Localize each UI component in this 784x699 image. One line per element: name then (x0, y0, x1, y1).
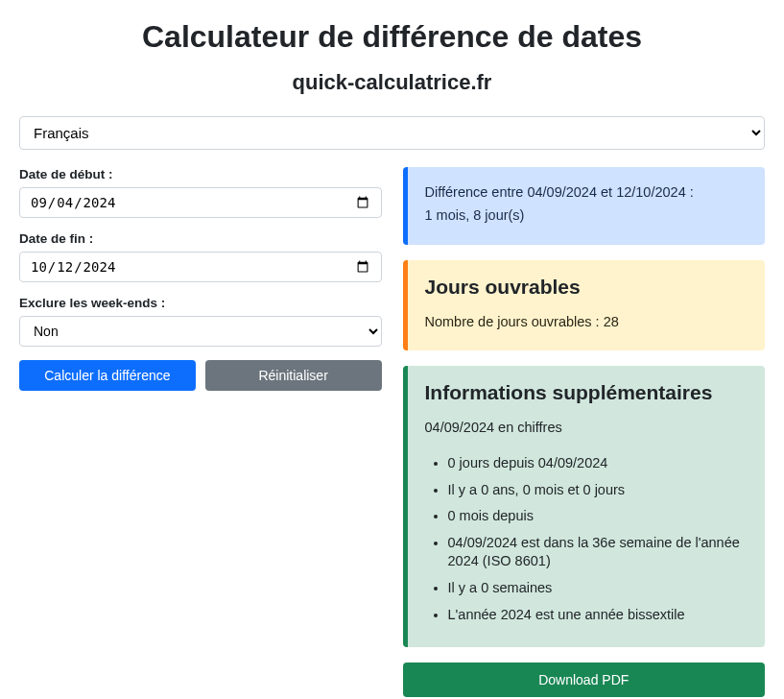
start-date-input[interactable] (19, 187, 382, 218)
list-item: 0 jours depuis 04/09/2024 (448, 454, 748, 473)
end-date-input[interactable] (19, 252, 382, 282)
extra-info-list: 0 jours depuis 04/09/2024 Il y a 0 ans, … (425, 454, 748, 624)
list-item: 04/09/2024 est dans la 36e semaine de l'… (448, 534, 748, 571)
download-pdf-button[interactable]: Download PDF (403, 663, 766, 697)
extra-info-result: Informations supplémentaires 04/09/2024 … (403, 366, 766, 647)
start-date-label: Date de début : (19, 167, 382, 181)
reset-button[interactable]: Réinitialiser (205, 360, 382, 391)
form-panel: Date de début : Date de fin : Exclure le… (19, 167, 382, 697)
end-date-label: Date de fin : (19, 231, 382, 246)
exclude-weekends-select[interactable]: Non (19, 316, 382, 347)
extra-info-intro: 04/09/2024 en chiffres (425, 418, 748, 437)
difference-line2: 1 mois, 8 jour(s) (425, 205, 748, 225)
list-item: Il y a 0 ans, 0 mois et 0 jours (448, 481, 748, 500)
language-select[interactable]: Français (19, 116, 765, 150)
results-panel: Différence entre 04/09/2024 et 12/10/202… (403, 167, 766, 697)
working-days-title: Jours ouvrables (425, 276, 748, 299)
page-subtitle: quick-calculatrice.fr (19, 70, 765, 95)
calculate-button[interactable]: Calculer la différence (19, 360, 196, 391)
app-container: Calculateur de différence de dates quick… (19, 19, 765, 697)
list-item: 0 mois depuis (448, 507, 748, 526)
exclude-weekends-label: Exclure les week-ends : (19, 296, 382, 310)
working-days-text: Nombre de jours ouvrables : 28 (425, 312, 748, 331)
difference-line1: Différence entre 04/09/2024 et 12/10/202… (425, 182, 748, 202)
page-title: Calculateur de différence de dates (19, 19, 765, 55)
difference-result: Différence entre 04/09/2024 et 12/10/202… (403, 167, 766, 245)
list-item: Il y a 0 semaines (448, 579, 748, 598)
working-days-result: Jours ouvrables Nombre de jours ouvrable… (403, 260, 766, 350)
extra-info-title: Informations supplémentaires (425, 381, 748, 404)
list-item: L'année 2024 est une année bissextile (448, 606, 748, 625)
